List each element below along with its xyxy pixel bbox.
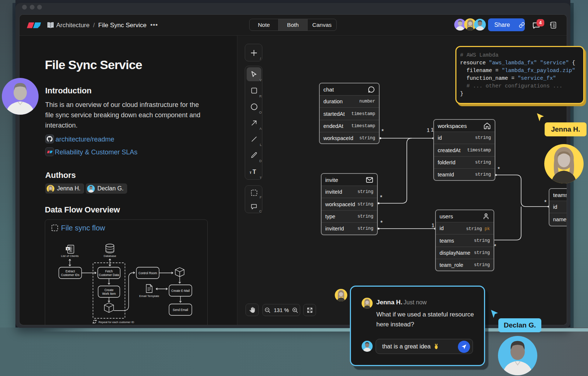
svg-text:Extract: Extract	[65, 270, 75, 273]
svg-text:Database: Database	[104, 254, 116, 258]
svg-text:Fetch: Fetch	[105, 270, 113, 273]
svg-text:*: *	[498, 166, 500, 172]
svg-text:*: *	[380, 194, 382, 201]
svg-text:Customer Data: Customer Data	[99, 273, 119, 277]
svg-text:X: X	[67, 247, 69, 251]
svg-text:List of Clients: List of Clients	[61, 254, 79, 258]
svg-text:1: 1	[427, 127, 430, 133]
svg-text:Send Email: Send Email	[173, 308, 188, 312]
svg-text:1: 1	[431, 222, 434, 228]
svg-text:Create E-Mail: Create E-Mail	[171, 289, 190, 293]
svg-text:Email Template: Email Template	[139, 294, 159, 298]
svg-text:Control Room: Control Room	[139, 272, 157, 275]
svg-text:*: *	[544, 199, 546, 205]
svg-text:*: *	[381, 128, 384, 135]
svg-text:Repeat for each customer ID: Repeat for each customer ID	[98, 321, 135, 324]
svg-text:Work Item: Work Item	[102, 292, 116, 296]
svg-text:Create: Create	[104, 289, 114, 292]
svg-text:*: *	[380, 220, 383, 226]
svg-text:Customer IDs: Customer IDs	[61, 273, 79, 277]
